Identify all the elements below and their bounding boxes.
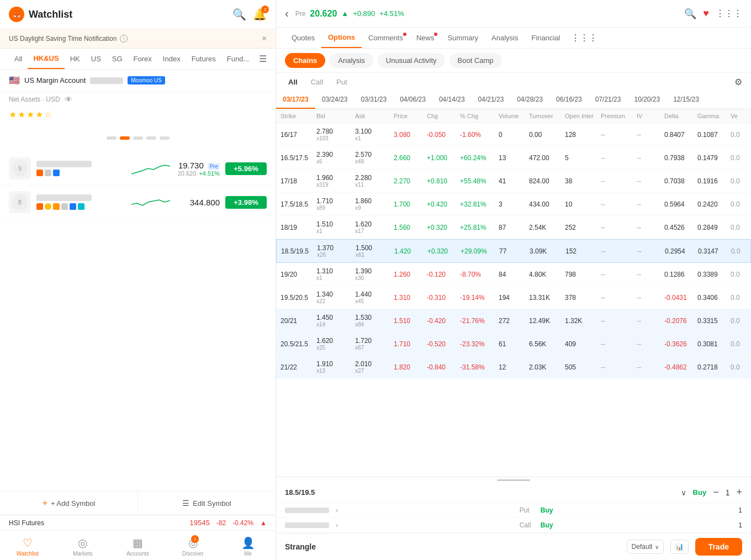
- tab-summary[interactable]: Summary: [441, 28, 485, 47]
- tab-fund[interactable]: Fund...: [221, 49, 255, 68]
- date-item-1[interactable]: 03/24/23: [315, 91, 355, 109]
- table-row[interactable]: 17.5/18.5 1.710 x89 1.860 x9 1.700 +0.42…: [276, 193, 751, 216]
- menu-dots-icon[interactable]: ⋮⋮⋮: [716, 8, 742, 19]
- stock-badges-1: [36, 170, 126, 176]
- default-select[interactable]: Default ∨: [627, 540, 664, 554]
- stock-sub-1: 20.620 +4.51%: [176, 170, 220, 177]
- cell-vol-4: 87: [499, 224, 529, 231]
- nav-tab-markets[interactable]: ◎ Markets: [55, 534, 110, 559]
- filter-icon[interactable]: ⚙: [734, 77, 742, 87]
- call-put-put[interactable]: Put: [333, 76, 351, 88]
- order-symbol: 18.5/19.5: [285, 488, 679, 496]
- cell-chg-3: +0.420: [427, 200, 460, 208]
- hsi-price: 19545: [190, 519, 210, 527]
- nav-tab-watchlist[interactable]: ♡ Watchlist: [0, 534, 55, 559]
- table-row[interactable]: 20.5/21.5 1.620 x25 1.720 x67 1.710 -0.5…: [276, 332, 751, 356]
- cell-delta-2: 0.7038: [664, 177, 697, 185]
- date-item-6[interactable]: 04/28/23: [510, 91, 549, 109]
- tab-options[interactable]: Options: [321, 28, 362, 48]
- qty-plus-btn[interactable]: +: [736, 487, 742, 498]
- date-scroll[interactable]: 03/17/23 03/24/23 03/31/23 04/06/23 04/1…: [276, 91, 751, 109]
- nav-tab-accounts[interactable]: ▦ Accounts: [110, 534, 166, 559]
- tab-us[interactable]: US: [86, 49, 107, 68]
- put-qty: 1: [738, 506, 742, 514]
- tab-forex[interactable]: Forex: [128, 49, 157, 68]
- tab-financial[interactable]: Financial: [525, 28, 567, 47]
- chart-dot-4: [160, 136, 170, 140]
- moomoo-badge: Moomoo US: [128, 76, 165, 84]
- stock-info-1: [36, 161, 126, 176]
- date-item-0[interactable]: 03/17/23: [276, 91, 315, 109]
- notification-icon-wrap[interactable]: 🔔 3: [253, 8, 267, 21]
- search-icon[interactable]: 🔍: [232, 8, 246, 21]
- table-row[interactable]: 17/18 1.960 x319 2.280 x11 2.270 +0.810 …: [276, 170, 751, 193]
- tab-hkus[interactable]: HK&US: [28, 49, 64, 69]
- heart-icon[interactable]: ♥: [703, 8, 709, 19]
- sub-tab-bootcamp[interactable]: Boot Camp: [449, 53, 502, 68]
- nav-tab-discover[interactable]: ◎ 3 Discover: [165, 534, 220, 559]
- cell-delta-7: -0.0431: [664, 294, 697, 302]
- date-item-9[interactable]: 10/20/23: [627, 91, 667, 109]
- cell-delta-3: 0.5964: [664, 200, 697, 208]
- cell-ask-5: 1.500 x61: [356, 244, 394, 258]
- date-item-3[interactable]: 04/06/23: [393, 91, 432, 109]
- tab-analysis[interactable]: Analysis: [485, 28, 525, 47]
- stock-row-2[interactable]: B 344.800 +3.98: [0, 186, 276, 219]
- order-row-main: 18.5/19.5 ∨ Buy − 1 +: [276, 482, 751, 503]
- header-turnover: Turnover: [529, 113, 565, 119]
- date-item-10[interactable]: 12/15/23: [667, 91, 706, 109]
- tab-hk[interactable]: HK: [65, 49, 86, 68]
- table-row[interactable]: 20/21 1.450 x14 1.530 x84 1.510 -0.420 -…: [276, 309, 751, 332]
- sub-tab-chains[interactable]: Chains: [285, 53, 325, 68]
- cell-ve-7: 0.0: [731, 294, 751, 302]
- notification-close-btn[interactable]: ×: [262, 34, 267, 44]
- call-put-all[interactable]: All: [285, 76, 301, 88]
- cell-premium-5: --: [601, 247, 637, 255]
- call-put-call[interactable]: Call: [308, 76, 326, 88]
- tab-quotes[interactable]: Quotes: [285, 28, 321, 47]
- date-item-7[interactable]: 06/16/23: [549, 91, 589, 109]
- table-row[interactable]: 18/19 1.510 x1 1.620 x17 1.560 +0.320 +2…: [276, 216, 751, 239]
- tab-comments[interactable]: Comments: [362, 28, 410, 47]
- cell-vol-3: 3: [499, 200, 529, 208]
- stock-actions: + + Add Symbol ☰ Edit Symbol: [0, 491, 276, 515]
- date-item-5[interactable]: 04/21/23: [472, 91, 511, 109]
- sub-tab-unusual[interactable]: Unusual Activity: [378, 53, 445, 68]
- back-btn[interactable]: ‹: [285, 7, 289, 20]
- tab-futures[interactable]: Futures: [186, 49, 221, 68]
- eye-icon[interactable]: 👁: [65, 95, 72, 104]
- tab-index[interactable]: Index: [157, 49, 186, 68]
- qty-minus-btn[interactable]: −: [713, 487, 719, 498]
- tab-sg[interactable]: SG: [107, 49, 128, 68]
- table-row[interactable]: 21/22 1.910 x13 2.010 x27 1.820 -0.840 -…: [276, 356, 751, 379]
- cell-strike-10: 21/22: [281, 363, 316, 371]
- table-row[interactable]: 19.5/20.5 1.340 x22 1.440 x45 1.310 -0.3…: [276, 286, 751, 309]
- nav-tab-me[interactable]: 👤 Me: [220, 534, 276, 559]
- date-item-2[interactable]: 03/31/23: [354, 91, 393, 109]
- tab-menu-icon[interactable]: ⋮⋮⋮: [571, 33, 597, 43]
- table-row[interactable]: 16/17 2.780 x103 3.100 x1 3.080 -0.050 -…: [276, 123, 751, 146]
- cell-ask-6: 1.390 x30: [355, 267, 394, 281]
- market-tabs-menu-icon[interactable]: ☰: [259, 54, 267, 64]
- trade-btn[interactable]: Trade: [695, 538, 742, 556]
- info-icon[interactable]: i: [120, 35, 128, 43]
- add-symbol-btn[interactable]: + + Add Symbol: [0, 492, 138, 515]
- bottom-nav: HSI Futures 19545 -82 -0.42% ▲ ♡ Watchli…: [0, 515, 276, 560]
- tab-all[interactable]: All: [9, 49, 28, 68]
- sub-tab-analysis[interactable]: Analysis: [330, 53, 373, 68]
- chart-select-btn[interactable]: 📊: [670, 540, 689, 554]
- date-item-4[interactable]: 04/14/23: [432, 91, 472, 109]
- table-row[interactable]: 19/20 1.310 x1 1.390 x30 1.260 -0.120 -8…: [276, 263, 751, 286]
- search-icon-right[interactable]: 🔍: [684, 8, 696, 20]
- date-item-8[interactable]: 07/21/23: [589, 91, 628, 109]
- table-row[interactable]: 18.5/19.5 1.370 x26 1.500 x61 1.420 +0.3…: [276, 239, 751, 263]
- order-dropdown-icon[interactable]: ∨: [681, 488, 686, 497]
- stock-info-2: [36, 194, 126, 210]
- stock-row[interactable]: S 19.730 Pre 20.620 +4: [0, 152, 276, 186]
- edit-symbol-btn[interactable]: ☰ Edit Symbol: [138, 492, 276, 515]
- header-right: 🔍 🔔 3: [232, 8, 267, 21]
- table-row[interactable]: 16.5/17.5 2.390 x6 2.570 x49 2.660 +1.00…: [276, 146, 751, 170]
- account-row: 🇺🇸 US Margin Account Moomoo US: [0, 70, 276, 92]
- tab-news[interactable]: News: [410, 28, 441, 47]
- cell-delta-8: -0.2076: [664, 317, 697, 325]
